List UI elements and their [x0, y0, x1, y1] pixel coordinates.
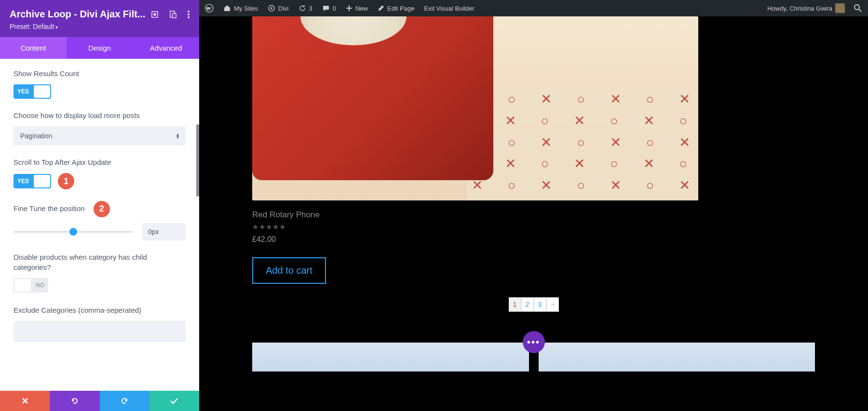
related-image-2[interactable]: [539, 343, 815, 371]
toggle-scroll-top[interactable]: YES: [14, 174, 51, 188]
avatar: [835, 3, 845, 13]
field-label: Disable products when category has child…: [14, 252, 186, 272]
expand-icon[interactable]: [151, 11, 159, 18]
tabs: Content Design Advanced: [0, 37, 199, 59]
field-label: Choose how to display load more posts: [14, 110, 186, 120]
search-icon[interactable]: [854, 4, 862, 13]
input-exclude-categories[interactable]: [14, 321, 186, 342]
more-icon[interactable]: [188, 11, 190, 18]
field-fine-tune: Fine Tune the position 2: [14, 201, 186, 240]
redo-button[interactable]: [100, 391, 149, 411]
save-button[interactable]: [149, 391, 199, 411]
add-to-cart-button[interactable]: Add to cart: [252, 257, 326, 284]
rating-stars: ★★★★★: [252, 223, 815, 231]
field-exclude-categories: Exclude Categories (comma-seperated): [14, 305, 186, 342]
svg-rect-3: [173, 13, 176, 18]
product-image[interactable]: [252, 16, 698, 200]
product-price: £42.00: [252, 235, 815, 244]
page-next[interactable]: →: [546, 297, 559, 312]
panel-footer: [0, 391, 199, 411]
panel-title: Archive Loop - Divi Ajax Filt...: [10, 9, 146, 20]
panel-body: Show Results Count YES Choose how to dis…: [0, 59, 199, 391]
preview-area: My Sites Divi 3 0 New Edit Page: [199, 0, 868, 411]
comments-link[interactable]: 0: [322, 4, 336, 12]
field-scroll-top: Scroll to Top After Ajax Update YES 1: [14, 157, 186, 189]
related-images: •••: [252, 343, 815, 371]
tab-content[interactable]: Content: [0, 37, 67, 59]
svg-point-5: [188, 13, 190, 15]
preset-selector[interactable]: Preset: Default: [10, 23, 190, 30]
site-link[interactable]: Divi: [268, 4, 289, 12]
field-show-results: Show Results Count YES: [14, 68, 186, 99]
toggle-disable-products[interactable]: NO: [14, 278, 48, 292]
field-label: Scroll to Top After Ajax Update: [14, 157, 186, 167]
page-2[interactable]: 2: [521, 297, 534, 312]
slider-value-input[interactable]: [142, 223, 186, 240]
tab-design[interactable]: Design: [67, 37, 133, 59]
field-label: Show Results Count: [14, 68, 186, 79]
annotation-badge-2: 2: [94, 201, 110, 217]
exit-builder-link[interactable]: Exit Visual Builder: [424, 5, 475, 12]
module-menu-button[interactable]: •••: [523, 331, 545, 353]
pagination: 1 2 3 →: [252, 297, 815, 312]
howdy-link[interactable]: Howdy, Christina Gwira: [767, 3, 845, 13]
my-sites-link[interactable]: My Sites: [223, 4, 258, 12]
settings-panel: Archive Loop - Divi Ajax Filt... Preset:…: [0, 0, 199, 411]
field-disable-products: Disable products when category has child…: [14, 252, 186, 293]
undo-button[interactable]: [50, 391, 99, 411]
field-label: Fine Tune the position 2: [14, 201, 186, 217]
toggle-knob: [34, 175, 50, 187]
toggle-show-results[interactable]: YES: [14, 84, 51, 99]
tab-advanced[interactable]: Advanced: [133, 37, 199, 59]
wp-admin-bar: My Sites Divi 3 0 New Edit Page: [199, 0, 868, 16]
wp-logo-icon[interactable]: [205, 4, 214, 13]
responsive-icon[interactable]: [169, 11, 177, 18]
toggle-knob: [14, 279, 31, 292]
svg-point-14: [854, 5, 859, 10]
field-label: Exclude Categories (comma-seperated): [14, 305, 186, 315]
svg-point-6: [188, 16, 190, 18]
slider-fine-tune[interactable]: [14, 231, 133, 233]
cancel-button[interactable]: [0, 391, 50, 411]
product-title[interactable]: Red Rotary Phone: [252, 210, 815, 220]
svg-line-15: [859, 9, 861, 12]
select-load-more[interactable]: Pagination: [14, 126, 186, 146]
edit-page-link[interactable]: Edit Page: [378, 5, 414, 12]
toggle-knob: [34, 85, 50, 98]
panel-header: Archive Loop - Divi Ajax Filt... Preset:…: [0, 0, 199, 37]
updates-link[interactable]: 3: [298, 4, 312, 12]
page-3[interactable]: 3: [534, 297, 546, 312]
svg-point-1: [154, 13, 156, 15]
new-link[interactable]: New: [346, 5, 368, 12]
svg-point-11: [271, 7, 272, 9]
related-image-1[interactable]: [252, 343, 529, 371]
page-1: 1: [509, 297, 521, 312]
slider-thumb[interactable]: [69, 228, 77, 236]
field-load-more: Choose how to display load more posts Pa…: [14, 110, 186, 146]
annotation-badge-1: 1: [58, 173, 74, 189]
svg-point-4: [188, 11, 190, 13]
preview-content: Red Rotary Phone ★★★★★ £42.00 Add to car…: [199, 16, 868, 371]
